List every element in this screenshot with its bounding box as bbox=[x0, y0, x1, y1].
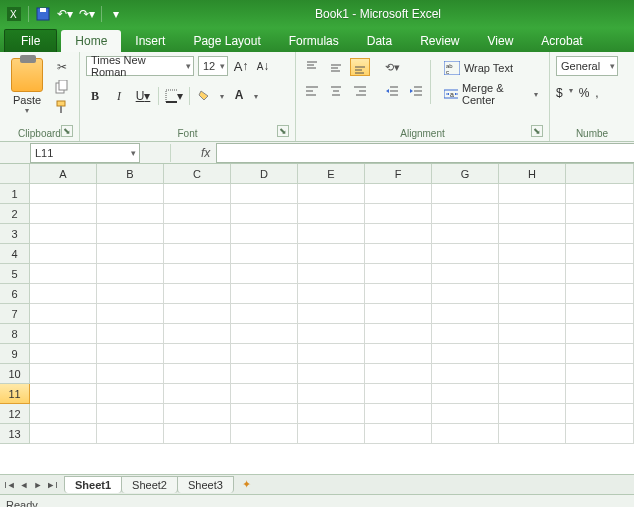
cell[interactable] bbox=[499, 284, 566, 304]
cell[interactable] bbox=[298, 304, 365, 324]
cell[interactable] bbox=[164, 324, 231, 344]
cell[interactable] bbox=[365, 264, 432, 284]
cell[interactable] bbox=[30, 364, 97, 384]
col-header[interactable]: B bbox=[97, 164, 164, 184]
tab-acrobat[interactable]: Acrobat bbox=[527, 30, 596, 52]
row-header[interactable]: 1 bbox=[0, 184, 30, 204]
cell[interactable] bbox=[499, 264, 566, 284]
cell[interactable] bbox=[30, 324, 97, 344]
cell[interactable] bbox=[566, 404, 634, 424]
cell[interactable] bbox=[499, 324, 566, 344]
cell[interactable] bbox=[566, 204, 634, 224]
sheet-tab-2[interactable]: Sheet2 bbox=[121, 476, 178, 493]
cell[interactable] bbox=[298, 224, 365, 244]
currency-icon[interactable]: $ bbox=[556, 86, 563, 100]
font-name-combo[interactable]: Times New Roman bbox=[86, 56, 194, 76]
cell[interactable] bbox=[432, 284, 499, 304]
excel-icon[interactable]: X bbox=[4, 4, 24, 24]
cell[interactable] bbox=[231, 184, 298, 204]
sheet-nav-first-icon[interactable]: I◄ bbox=[4, 480, 16, 490]
percent-icon[interactable]: % bbox=[579, 86, 590, 100]
cell[interactable] bbox=[365, 224, 432, 244]
cell[interactable] bbox=[30, 284, 97, 304]
cell[interactable] bbox=[566, 364, 634, 384]
font-size-combo[interactable]: 12 bbox=[198, 56, 228, 76]
font-dialog-launcher[interactable]: ⬊ bbox=[277, 125, 289, 137]
italic-button[interactable]: I bbox=[110, 86, 128, 106]
tab-view[interactable]: View bbox=[474, 30, 528, 52]
cell[interactable] bbox=[298, 424, 365, 444]
cell[interactable] bbox=[97, 224, 164, 244]
cell[interactable] bbox=[499, 224, 566, 244]
tab-formulas[interactable]: Formulas bbox=[275, 30, 353, 52]
cell[interactable] bbox=[365, 204, 432, 224]
cell[interactable] bbox=[164, 284, 231, 304]
row-header[interactable]: 5 bbox=[0, 264, 30, 284]
cell[interactable] bbox=[432, 364, 499, 384]
new-sheet-icon[interactable]: ✦ bbox=[237, 478, 257, 492]
cell[interactable] bbox=[231, 404, 298, 424]
underline-button[interactable]: U▾ bbox=[134, 86, 152, 106]
cell[interactable] bbox=[432, 264, 499, 284]
cell[interactable] bbox=[231, 324, 298, 344]
cell[interactable] bbox=[499, 184, 566, 204]
cell[interactable] bbox=[231, 264, 298, 284]
sheet-nav-prev-icon[interactable]: ◄ bbox=[18, 480, 30, 490]
cell[interactable] bbox=[97, 244, 164, 264]
comma-icon[interactable]: , bbox=[595, 86, 598, 100]
cell[interactable] bbox=[231, 344, 298, 364]
sheet-tab-1[interactable]: Sheet1 bbox=[64, 476, 122, 493]
cell[interactable] bbox=[566, 344, 634, 364]
cell[interactable] bbox=[499, 244, 566, 264]
alignment-dialog-launcher[interactable]: ⬊ bbox=[531, 125, 543, 137]
row-header[interactable]: 11 bbox=[0, 384, 30, 404]
cell[interactable] bbox=[365, 184, 432, 204]
cell[interactable] bbox=[231, 284, 298, 304]
cell[interactable] bbox=[499, 404, 566, 424]
cell[interactable] bbox=[566, 324, 634, 344]
cell[interactable] bbox=[365, 404, 432, 424]
cell[interactable] bbox=[231, 384, 298, 404]
cell[interactable] bbox=[30, 304, 97, 324]
cell[interactable] bbox=[432, 384, 499, 404]
row-header[interactable]: 13 bbox=[0, 424, 30, 444]
cell[interactable] bbox=[365, 344, 432, 364]
cell[interactable] bbox=[499, 344, 566, 364]
cell[interactable] bbox=[164, 184, 231, 204]
cell[interactable] bbox=[365, 384, 432, 404]
cell[interactable] bbox=[298, 404, 365, 424]
cell[interactable] bbox=[432, 244, 499, 264]
cell[interactable] bbox=[97, 364, 164, 384]
row-header[interactable]: 4 bbox=[0, 244, 30, 264]
cell[interactable] bbox=[566, 264, 634, 284]
cell[interactable] bbox=[164, 224, 231, 244]
row-header[interactable]: 3 bbox=[0, 224, 30, 244]
cell[interactable] bbox=[231, 204, 298, 224]
clipboard-dialog-launcher[interactable]: ⬊ bbox=[61, 125, 73, 137]
tab-page-layout[interactable]: Page Layout bbox=[179, 30, 274, 52]
save-icon[interactable] bbox=[33, 4, 53, 24]
cell[interactable] bbox=[499, 424, 566, 444]
cell[interactable] bbox=[164, 404, 231, 424]
cell[interactable] bbox=[298, 184, 365, 204]
cell[interactable] bbox=[298, 384, 365, 404]
redo-icon[interactable]: ↷▾ bbox=[77, 4, 97, 24]
font-color-icon[interactable]: A bbox=[230, 86, 248, 106]
tab-home[interactable]: Home bbox=[61, 30, 121, 52]
align-right-icon[interactable] bbox=[350, 82, 370, 100]
row-header[interactable]: 6 bbox=[0, 284, 30, 304]
cell[interactable] bbox=[97, 324, 164, 344]
cell[interactable] bbox=[97, 264, 164, 284]
row-header[interactable]: 12 bbox=[0, 404, 30, 424]
cell[interactable] bbox=[432, 184, 499, 204]
cell[interactable] bbox=[97, 304, 164, 324]
align-bottom-icon[interactable] bbox=[350, 58, 370, 76]
cell[interactable] bbox=[164, 304, 231, 324]
cell[interactable] bbox=[231, 424, 298, 444]
formula-input[interactable] bbox=[216, 143, 634, 163]
cell[interactable] bbox=[30, 204, 97, 224]
sheet-nav-last-icon[interactable]: ►I bbox=[46, 480, 58, 490]
number-format-combo[interactable]: General bbox=[556, 56, 618, 76]
cell[interactable] bbox=[164, 364, 231, 384]
tab-review[interactable]: Review bbox=[406, 30, 473, 52]
